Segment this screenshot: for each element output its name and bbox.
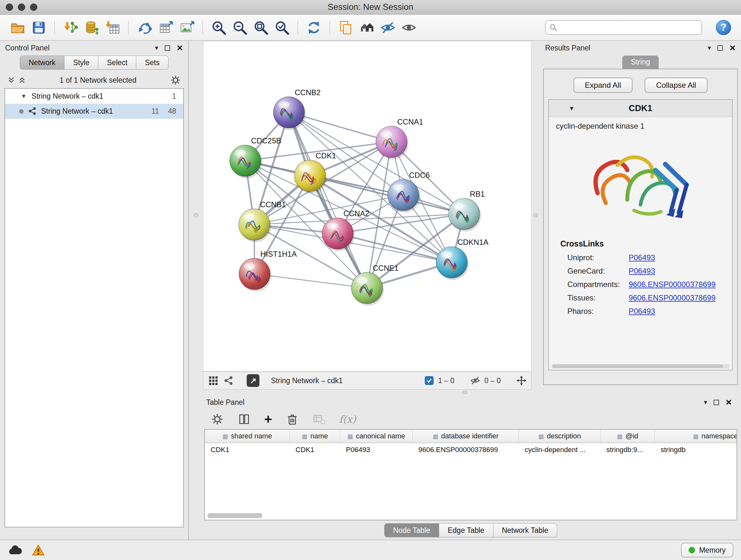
hidden-eye-icon[interactable] [470, 376, 480, 385]
network-node-CCNB1[interactable]: CCNB1 [239, 200, 286, 242]
crosslink-link[interactable]: P06493 [629, 266, 655, 275]
table-horizontal-scrollbar[interactable] [207, 513, 734, 518]
function-builder-icon[interactable]: f(x) [339, 414, 356, 425]
hide-selected-button[interactable] [379, 17, 397, 37]
splitter-handle[interactable] [194, 213, 198, 217]
expand-all-icon[interactable] [18, 76, 26, 84]
tab-network-table[interactable]: Network Table [493, 523, 557, 537]
network-node-CCNB2[interactable]: CCNB2 [273, 88, 321, 130]
network-node-CCNA1[interactable]: CCNA1 [376, 118, 423, 159]
crosslink-link[interactable]: 9606.ENSP00000378699 [629, 280, 716, 289]
close-panel-icon[interactable]: ✕ [729, 44, 736, 53]
table-cell[interactable]: P06493 [340, 446, 413, 454]
network-node-HIST1H1A[interactable]: HIST1H1A [239, 250, 297, 292]
table-row[interactable]: CDK1 CDK1 P06493 9606.ENSP00000378699 cy… [205, 443, 737, 456]
table-cell[interactable]: stringdb:9... [601, 446, 655, 454]
collapse-all-button[interactable]: Collapse All [645, 78, 708, 93]
import-table-button[interactable] [104, 17, 122, 37]
string-settings-button[interactable] [357, 17, 376, 37]
tab-node-table[interactable]: Node Table [384, 523, 439, 537]
memory-button[interactable]: Memory [681, 543, 733, 557]
panel-menu-chevron-icon[interactable]: ▾ [704, 398, 708, 406]
minimize-window-button[interactable] [18, 3, 25, 11]
left-splitter[interactable] [189, 41, 203, 389]
protein-card-header[interactable]: ▼ CDK1 [549, 100, 732, 117]
crosslink-link[interactable]: P06493 [629, 253, 655, 262]
show-columns-icon[interactable] [238, 413, 251, 426]
import-network-file-button[interactable] [61, 17, 80, 37]
expand-all-button[interactable]: Expand All [574, 78, 632, 93]
float-panel-icon[interactable] [718, 45, 723, 51]
panel-menu-chevron-icon[interactable]: ▾ [708, 44, 711, 52]
splitter-handle[interactable] [462, 391, 468, 394]
detach-view-button[interactable]: ↗ [247, 374, 259, 387]
open-session-button[interactable] [8, 17, 27, 37]
add-column-icon[interactable]: + [264, 413, 272, 426]
warning-icon[interactable] [31, 544, 45, 556]
tab-network[interactable]: Network [20, 56, 64, 70]
selected-checkbox-icon[interactable] [425, 376, 434, 385]
column-header[interactable]: ▦description [519, 430, 601, 442]
network-row-selected[interactable]: String Network – cdk1 11 48 [5, 104, 183, 119]
table-cell[interactable]: 9606.ENSP00000378699 [413, 446, 519, 454]
column-header[interactable]: ▦name [290, 430, 340, 442]
column-header[interactable]: ▦@id [601, 430, 655, 442]
table-cell[interactable]: CDK1 [205, 446, 290, 454]
export-image-button[interactable] [178, 17, 196, 37]
delete-column-trash-icon[interactable] [286, 413, 299, 426]
network-node-RB1[interactable]: RB1 [449, 190, 485, 232]
network-edge[interactable] [289, 112, 367, 288]
tab-string[interactable]: String [622, 56, 659, 69]
network-edge[interactable] [310, 176, 464, 214]
table-cell[interactable]: CDK1 [290, 446, 340, 454]
results-horizontal-scrollbar[interactable] [551, 364, 730, 368]
network-collection-row[interactable]: ▼ String Network – cdk1 1 [5, 89, 183, 104]
network-overview-icon[interactable] [224, 376, 233, 385]
float-panel-icon[interactable] [165, 45, 170, 51]
tab-style[interactable]: Style [64, 56, 98, 70]
gear-icon[interactable] [170, 74, 181, 86]
cloud-icon[interactable] [8, 544, 22, 556]
scrollbar-thumb[interactable] [207, 513, 262, 518]
column-header[interactable]: ▦canonical name [340, 430, 413, 442]
column-header[interactable]: ▦shared name [205, 430, 290, 442]
float-panel-icon[interactable] [714, 400, 719, 405]
column-header[interactable]: ▦database identifier [413, 430, 519, 442]
tab-edge-table[interactable]: Edge Table [439, 523, 493, 537]
zoom-selected-button[interactable] [273, 17, 291, 37]
crosslink-link[interactable]: 9606.ENSP00000378699 [629, 294, 716, 302]
close-panel-icon[interactable]: ✕ [177, 44, 183, 53]
search-input[interactable] [560, 23, 697, 32]
close-panel-icon[interactable]: ✕ [725, 398, 732, 407]
crosslink-link[interactable]: P06493 [629, 307, 655, 316]
export-table-button[interactable] [156, 17, 175, 37]
copy-button[interactable] [336, 17, 355, 37]
save-session-button[interactable] [29, 17, 48, 37]
network-node-CDKN1A[interactable]: CDKN1A [436, 238, 488, 280]
close-window-button[interactable] [6, 3, 13, 11]
new-network-button[interactable] [135, 17, 154, 37]
zoom-fit-button[interactable] [252, 17, 270, 37]
table-cell[interactable]: stringdb [655, 446, 737, 454]
table-cell[interactable]: cyclin-dependent ... [519, 446, 601, 454]
zoom-out-button[interactable] [230, 17, 249, 37]
splitter-handle[interactable] [534, 213, 538, 217]
collapse-all-icon[interactable] [7, 76, 15, 84]
table-settings-gear-icon[interactable] [211, 413, 224, 426]
network-canvas[interactable]: CCNB2CCNA1CDC25BCDK1CDC6RB1CCNB1CCNA2CDK… [203, 41, 531, 371]
apply-layout-button[interactable] [305, 17, 323, 37]
collapse-section-icon[interactable]: ▼ [569, 105, 575, 112]
grid-view-icon[interactable] [208, 376, 218, 385]
scrollbar-thumb[interactable] [552, 364, 723, 368]
show-all-button[interactable] [400, 17, 418, 37]
panel-menu-chevron-icon[interactable]: ▾ [155, 44, 158, 52]
right-splitter[interactable] [532, 41, 540, 389]
column-header[interactable]: ▦namespace [655, 430, 737, 442]
zoom-window-button[interactable] [30, 3, 37, 11]
tab-sets[interactable]: Sets [136, 56, 169, 70]
tree-expanded-icon[interactable]: ▼ [21, 93, 26, 100]
network-graph[interactable]: CCNB2CCNA1CDC25BCDK1CDC6RB1CCNB1CCNA2CDK… [203, 41, 531, 371]
zoom-in-button[interactable] [209, 17, 228, 37]
tab-select[interactable]: Select [98, 56, 136, 70]
pan-crosshair-icon[interactable] [517, 376, 526, 385]
